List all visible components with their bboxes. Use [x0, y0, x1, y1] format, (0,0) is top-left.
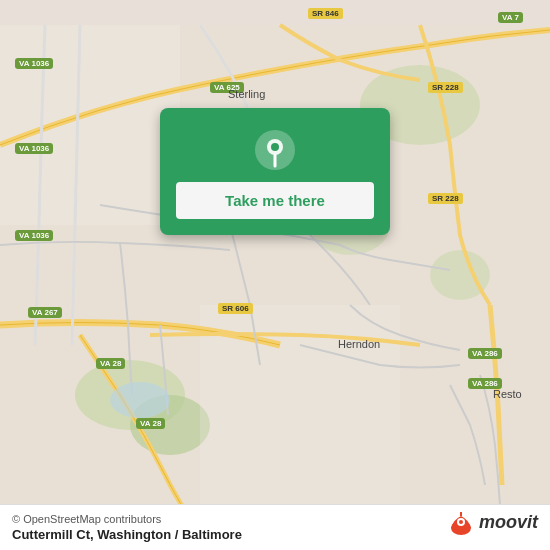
place-label-herndon: Herndon [338, 338, 380, 350]
road-label-sr606: SR 606 [218, 303, 253, 314]
svg-rect-6 [0, 25, 180, 225]
svg-point-14 [459, 520, 463, 524]
svg-point-11 [271, 143, 279, 151]
map-container: VA 7 VA 1036 VA 1036 VA 1036 VA 625 VA 2… [0, 0, 550, 550]
road-label-va286-1: VA 286 [468, 348, 502, 359]
moovit-logo: moovit [447, 508, 538, 536]
location-popup: Take me there [160, 108, 390, 235]
road-network [0, 0, 550, 550]
road-label-va28-1: VA 28 [96, 358, 125, 369]
road-label-va7: VA 7 [498, 12, 523, 23]
place-label-sterling: Sterling [228, 88, 265, 100]
moovit-icon [447, 508, 475, 536]
take-me-there-button[interactable]: Take me there [176, 182, 374, 219]
road-label-va28-2: VA 28 [136, 418, 165, 429]
road-label-sr228-1: SR 228 [428, 82, 463, 93]
road-label-va1036-1: VA 1036 [15, 58, 53, 69]
location-pin-icon [253, 128, 297, 172]
road-label-va267: VA 267 [28, 307, 62, 318]
road-label-va1036-3: VA 1036 [15, 230, 53, 241]
road-label-sr228-2: SR 228 [428, 193, 463, 204]
moovit-brand-text: moovit [479, 512, 538, 533]
road-label-va1036-2: VA 1036 [15, 143, 53, 154]
map-background: VA 7 VA 1036 VA 1036 VA 1036 VA 625 VA 2… [0, 0, 550, 550]
place-label-reston: Resto [493, 388, 522, 400]
svg-point-8 [110, 382, 170, 418]
road-label-sr846: SR 846 [308, 8, 343, 19]
